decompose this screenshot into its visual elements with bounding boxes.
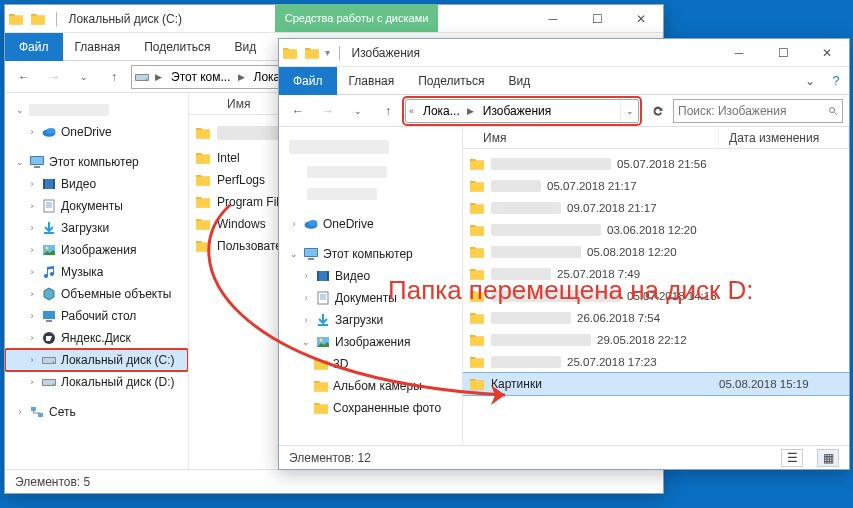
folder-row[interactable]: 05.07.2018 14:13 bbox=[463, 285, 849, 307]
sidebar-item-yandexdisk[interactable]: ›Яндекс.Диск bbox=[5, 327, 188, 349]
folder-row[interactable]: 05.07.2018 21:17 bbox=[463, 175, 849, 197]
ribbon-tab-home[interactable]: Главная bbox=[63, 33, 133, 61]
address-box[interactable]: « Лока... ▶ Изобажения ⌄ bbox=[405, 99, 639, 123]
address-bar: ← → ⌄ ↑ « Лока... ▶ Изобажения ⌄ bbox=[279, 95, 849, 127]
ribbon-tab-view[interactable]: Вид bbox=[496, 67, 542, 95]
chevron-icon[interactable]: ▶ bbox=[152, 72, 165, 82]
chevron-icon[interactable]: ▶ bbox=[464, 106, 477, 116]
status-bar: Элементов: 5 bbox=[5, 469, 663, 493]
quick-access-item[interactable] bbox=[279, 133, 462, 161]
folder-row[interactable]: 29.05.2018 22:12 bbox=[463, 329, 849, 351]
back-button[interactable]: ← bbox=[285, 98, 311, 124]
sidebar-item-pictures[interactable]: ⌄Изображения bbox=[279, 331, 462, 353]
sidebar-item-downloads[interactable]: ›Загрузки bbox=[5, 217, 188, 239]
sidebar-item-pic-sub[interactable]: Сохраненные фото bbox=[279, 397, 462, 419]
view-details-button[interactable]: ☰ bbox=[781, 449, 803, 467]
folder-row[interactable]: 09.07.2018 21:17 bbox=[463, 197, 849, 219]
quick-access[interactable]: ⌄ bbox=[5, 99, 188, 121]
folder-icon bbox=[469, 156, 485, 172]
forward-button[interactable]: → bbox=[315, 98, 341, 124]
up-button[interactable]: ↑ bbox=[375, 98, 401, 124]
sidebar-item-pictures[interactable]: ›Изображения bbox=[5, 239, 188, 261]
close-button[interactable]: ✕ bbox=[805, 39, 849, 67]
folder-icon bbox=[469, 244, 485, 260]
quick-access-item[interactable] bbox=[279, 183, 462, 205]
folder-icon bbox=[313, 400, 329, 416]
sidebar-item-desktop[interactable]: ›Рабочий стол bbox=[5, 305, 188, 327]
column-date[interactable]: Дата изменения bbox=[719, 127, 849, 148]
close-button[interactable]: ✕ bbox=[619, 5, 663, 33]
folder-icon bbox=[469, 178, 485, 194]
qat-divider: │ bbox=[53, 12, 61, 26]
sidebar-item-documents[interactable]: ›Документы bbox=[5, 195, 188, 217]
sidebar-item-onedrive[interactable]: ›OneDrive bbox=[279, 213, 462, 235]
minimize-button[interactable]: ─ bbox=[531, 5, 575, 33]
qat-chevron-icon[interactable]: ▾ bbox=[325, 47, 330, 58]
search-input[interactable] bbox=[678, 104, 828, 118]
folder-row[interactable]: 25.07.2018 17:23 bbox=[463, 351, 849, 373]
maximize-button[interactable]: ☐ bbox=[761, 39, 805, 67]
view-icons-button[interactable]: ▦ bbox=[817, 449, 839, 467]
column-name[interactable]: Имя bbox=[473, 127, 719, 148]
ribbon-tab-share[interactable]: Поделиться bbox=[406, 67, 496, 95]
sidebar-item-drive-c[interactable]: ›Локальный диск (C:) bbox=[5, 349, 188, 371]
refresh-button[interactable] bbox=[647, 100, 669, 122]
ribbon-tab-share[interactable]: Поделиться bbox=[132, 33, 222, 61]
help-icon[interactable]: ? bbox=[823, 67, 849, 95]
folder-icon bbox=[469, 332, 485, 348]
file-tab[interactable]: Файл bbox=[5, 33, 63, 61]
recent-button[interactable]: ⌄ bbox=[71, 64, 97, 90]
folder-row[interactable]: 05.07.2018 21:56 bbox=[463, 153, 849, 175]
sidebar-item-music[interactable]: ›Музыка bbox=[5, 261, 188, 283]
titlebar[interactable]: ▾ │ Изобажения ─ ☐ ✕ bbox=[279, 39, 849, 67]
ribbon-tab-view[interactable]: Вид bbox=[222, 33, 268, 61]
chevron-icon[interactable]: ▶ bbox=[235, 72, 248, 82]
quick-access-item[interactable] bbox=[279, 161, 462, 183]
up-button[interactable]: ↑ bbox=[101, 64, 127, 90]
folder-icon bbox=[469, 288, 485, 304]
computer-icon bbox=[29, 154, 45, 170]
minimize-button[interactable]: ─ bbox=[717, 39, 761, 67]
file-listing[interactable]: 05.07.2018 21:56 05.07.2018 21:17 09.07.… bbox=[463, 149, 849, 445]
sidebar-item-thispc[interactable]: ⌄Этот компьютер bbox=[5, 151, 188, 173]
download-icon bbox=[315, 312, 331, 328]
breadcrumb[interactable]: Лока... bbox=[417, 100, 464, 122]
sidebar-item-pic-sub[interactable]: Альбом камеры bbox=[279, 375, 462, 397]
maximize-button[interactable]: ☐ bbox=[575, 5, 619, 33]
folder-row[interactable]: 26.06.2018 7:54 bbox=[463, 307, 849, 329]
sidebar-item-videos[interactable]: ›Видео bbox=[5, 173, 188, 195]
folder-row-selected[interactable]: Картинки05.08.2018 15:19 bbox=[463, 373, 849, 395]
search-box[interactable] bbox=[673, 99, 843, 123]
breadcrumb[interactable]: Этот ком... bbox=[165, 66, 235, 88]
ribbon-tab-home[interactable]: Главная bbox=[337, 67, 407, 95]
sidebar-item-3dobjects[interactable]: ›Объемные объекты bbox=[5, 283, 188, 305]
chevron-icon[interactable]: « bbox=[406, 106, 417, 116]
file-tab[interactable]: Файл bbox=[279, 67, 337, 95]
forward-button[interactable]: → bbox=[41, 64, 67, 90]
sidebar-item-thispc[interactable]: ⌄Этот компьютер bbox=[279, 243, 462, 265]
disk-tools-tab[interactable]: Средства работы с дисками bbox=[275, 4, 439, 32]
sidebar-item-videos[interactable]: ›Видео bbox=[279, 265, 462, 287]
explorer-window-pictures: ▾ │ Изобажения ─ ☐ ✕ Файл Главная Подели… bbox=[278, 38, 850, 470]
folder-row[interactable]: 25.07.2018 7:49 bbox=[463, 263, 849, 285]
video-icon bbox=[315, 268, 331, 284]
titlebar[interactable]: │ Локальный диск (C:) Средства работы с … bbox=[5, 5, 663, 33]
sidebar-item-drive-d[interactable]: ›Локальный диск (D:) bbox=[5, 371, 188, 393]
back-button[interactable]: ← bbox=[11, 64, 37, 90]
sidebar-item-documents[interactable]: ›Документы bbox=[279, 287, 462, 309]
recent-button[interactable]: ⌄ bbox=[345, 98, 371, 124]
sidebar-item-downloads[interactable]: ›Загрузки bbox=[279, 309, 462, 331]
folder-icon bbox=[313, 378, 329, 394]
folder-row[interactable]: 05.08.2018 12:20 bbox=[463, 241, 849, 263]
drive-icon bbox=[41, 374, 57, 390]
download-icon bbox=[41, 220, 57, 236]
item-count: Элементов: 12 bbox=[289, 451, 371, 465]
column-header[interactable]: Имя Дата изменения bbox=[463, 127, 849, 149]
folder-row[interactable]: 03.06.2018 12:20 bbox=[463, 219, 849, 241]
ribbon-expand-icon[interactable]: ⌄ bbox=[797, 67, 823, 95]
address-dd-icon[interactable]: ⌄ bbox=[620, 100, 638, 122]
breadcrumb[interactable]: Изобажения bbox=[477, 100, 555, 122]
sidebar-item-pic-sub[interactable]: 3D bbox=[279, 353, 462, 375]
sidebar-item-network[interactable]: ›Сеть bbox=[5, 401, 188, 423]
sidebar-item-onedrive[interactable]: ›OneDrive bbox=[5, 121, 188, 143]
